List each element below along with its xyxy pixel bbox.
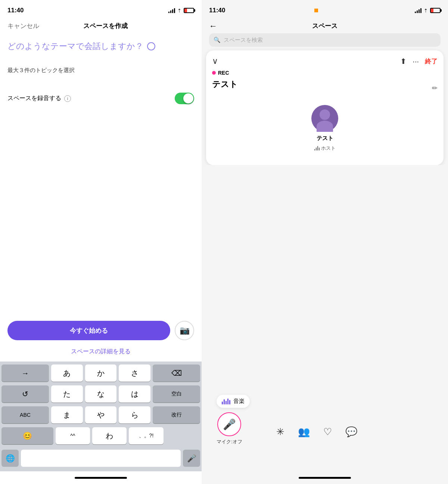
- record-label: スペースを録音する i: [7, 94, 71, 102]
- chevron-down-icon[interactable]: ∨: [212, 56, 218, 66]
- home-bar: [75, 477, 127, 479]
- search-placeholder: スペースを検索: [224, 37, 263, 44]
- topic-placeholder[interactable]: どのようなテーマで会話しますか？: [7, 41, 194, 52]
- bottom-actions: 今すぐ始める 📷: [0, 313, 202, 348]
- chat-icon[interactable]: 💬: [345, 426, 357, 438]
- search-icon: 🔍: [214, 37, 221, 43]
- right-wifi-icon: ⇡: [424, 8, 428, 13]
- key-ten[interactable]: ^^: [56, 427, 90, 444]
- waves-icon: [314, 146, 320, 151]
- card-actions: ⬆ ··· 終了: [400, 57, 438, 66]
- space-key-bottom[interactable]: [21, 450, 181, 467]
- end-button[interactable]: 終了: [425, 57, 438, 66]
- mic-label: マイク:オフ: [217, 438, 242, 445]
- page-title: スペースを作成: [83, 22, 128, 30]
- arrow-key[interactable]: →: [1, 364, 49, 382]
- key-wa[interactable]: わ: [92, 427, 127, 444]
- globe-key[interactable]: 🌐: [1, 450, 19, 467]
- music-pill[interactable]: 音楽: [217, 395, 250, 408]
- info-icon[interactable]: i: [64, 95, 71, 102]
- search-bar[interactable]: 🔍 スペースを検索: [209, 33, 441, 47]
- space-title: テスト: [212, 79, 238, 90]
- music-waves-icon: [222, 398, 230, 404]
- wifi-icon: ⇡: [177, 8, 181, 13]
- host-badge: ホスト: [314, 145, 336, 152]
- key-ya[interactable]: や: [85, 406, 117, 424]
- keyboard-bottom-row: 🌐 🎤: [1, 448, 200, 470]
- camera-button[interactable]: 📷: [175, 321, 194, 340]
- record-toggle[interactable]: [175, 93, 194, 104]
- start-button[interactable]: 今すぐ始める: [7, 321, 170, 340]
- cancel-button[interactable]: キャンセル: [7, 22, 39, 30]
- key-ra[interactable]: ら: [119, 406, 150, 424]
- right-status-bar: 11:40 ⇡: [202, 0, 448, 19]
- back-button[interactable]: ←: [209, 21, 217, 31]
- rec-label: REC: [218, 70, 229, 76]
- avatar-head: [320, 109, 330, 120]
- people-icon[interactable]: 👥: [298, 426, 310, 438]
- rec-dot-icon: [212, 71, 216, 75]
- orange-dot: [314, 9, 318, 12]
- key-na[interactable]: な: [85, 385, 117, 403]
- signal-icon: [168, 8, 175, 13]
- mic-button[interactable]: 🎤: [217, 412, 241, 436]
- keyboard-row-3: ABC ま や ら 改行: [1, 406, 200, 424]
- right-page-title: スペース: [312, 22, 337, 30]
- avatar-body: [317, 121, 333, 132]
- keyboard-row-4: 😊 ^^ わ 、。?!: [1, 427, 200, 444]
- toggle-thumb: [183, 93, 193, 103]
- right-home-indicator: [202, 471, 448, 484]
- left-home-indicator: [0, 471, 202, 484]
- topic-select-label: 最大３件のトピックを選択: [0, 56, 202, 78]
- undo-key[interactable]: ↺: [1, 385, 49, 403]
- details-link[interactable]: スペースの詳細を見る: [0, 348, 202, 362]
- left-status-bar: 11:40 ⇡: [0, 0, 202, 19]
- topic-input-area[interactable]: どのようなテーマで会話しますか？: [0, 33, 202, 56]
- edit-icon[interactable]: ✏: [432, 84, 438, 92]
- mic-keyboard-key[interactable]: 🎤: [183, 450, 200, 467]
- key-ta[interactable]: た: [51, 385, 83, 403]
- more-icon[interactable]: ···: [413, 57, 419, 66]
- keyboard-row-1: → あ か さ ⌫: [1, 364, 200, 382]
- backspace-key[interactable]: ⌫: [153, 364, 200, 382]
- host-name: テスト: [317, 135, 333, 142]
- key-ka[interactable]: か: [85, 364, 117, 382]
- right-panel: 11:40 ⇡ ← スペース 🔍 スペースを検索 ∨ ⬆ ···: [202, 0, 448, 484]
- emoji-key[interactable]: 😊: [1, 427, 53, 444]
- mic-off-icon: 🎤: [223, 418, 236, 431]
- control-icons: ✳ 👥 ♡ 💬: [276, 426, 357, 438]
- heart-icon[interactable]: ♡: [323, 426, 332, 438]
- right-status-time: 11:40: [209, 7, 225, 14]
- rec-badge: REC: [212, 70, 438, 76]
- space-card-header: ∨ ⬆ ··· 終了: [212, 56, 438, 66]
- host-role: ホスト: [321, 145, 336, 152]
- mic-button-area: 🎤 マイク:オフ: [217, 412, 242, 445]
- right-home-bar: [299, 477, 351, 479]
- left-panel: 11:40 ⇡ キャンセル スペースを作成 どのようなテーマで会話しますか？ 最…: [0, 0, 202, 484]
- sparkle-icon[interactable]: ✳: [276, 426, 284, 438]
- battery-icon: [184, 8, 194, 13]
- left-nav-bar: キャンセル スペースを作成: [0, 19, 202, 33]
- key-ha[interactable]: は: [119, 385, 150, 403]
- right-battery-icon: [430, 8, 441, 13]
- music-area: 音楽: [217, 395, 250, 408]
- right-signal-icon: [415, 8, 421, 13]
- enter-key[interactable]: 改行: [153, 406, 200, 424]
- key-sa[interactable]: さ: [119, 364, 150, 382]
- key-punct[interactable]: 、。?!: [129, 427, 163, 444]
- abc-key[interactable]: ABC: [1, 406, 49, 424]
- left-status-time: 11:40: [7, 7, 24, 14]
- right-nav: ← スペース: [202, 19, 448, 33]
- content-area: 音楽 🎤 マイク:オフ ✳ 👥 ♡ 💬: [202, 165, 448, 471]
- host-area: テスト ホスト: [212, 105, 438, 152]
- avatar: [311, 105, 338, 132]
- key-ma[interactable]: ま: [51, 406, 83, 424]
- topic-circle-icon: [147, 42, 155, 50]
- right-status-icons: ⇡: [415, 8, 441, 13]
- camera-icon: 📷: [180, 326, 190, 335]
- record-row: スペースを録音する i: [0, 85, 202, 112]
- share-icon[interactable]: ⬆: [400, 57, 407, 66]
- music-label: 音楽: [233, 398, 245, 405]
- key-a[interactable]: あ: [51, 364, 83, 382]
- space-key[interactable]: 空白: [153, 385, 200, 403]
